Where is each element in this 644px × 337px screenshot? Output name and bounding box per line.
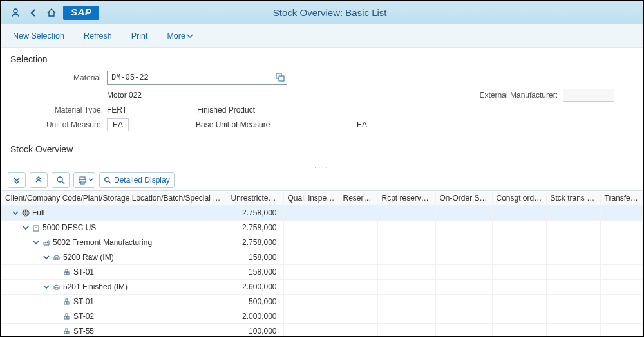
tree-label: ST-01 — [73, 297, 94, 306]
more-menu[interactable]: More — [167, 32, 193, 41]
detailed-display-label: Detailed Display — [114, 176, 170, 185]
batch-icon — [63, 298, 71, 305]
col-transfer-sloc[interactable]: Transfer (SLoc) — [600, 191, 643, 206]
collapse-all-button[interactable] — [30, 172, 48, 188]
tree-label: ST-02 — [73, 312, 94, 321]
storage-icon — [53, 253, 61, 261]
svg-point-7 — [105, 178, 109, 182]
table-row[interactable]: 5201 Finished (IM)2.600,000 — [1, 280, 643, 295]
col-reserved[interactable]: Reserved — [339, 191, 377, 206]
table-row[interactable]: 5002 Fremont Manufacturing2.758,000 — [1, 235, 643, 250]
print-button[interactable]: Print — [131, 32, 148, 41]
svg-rect-11 — [33, 226, 39, 231]
table-row[interactable]: ST-022.000,000 — [1, 309, 643, 324]
table-header-row: Client/Company Code/Plant/Storage Locati… — [1, 191, 643, 206]
svg-rect-21 — [66, 299, 68, 302]
svg-rect-17 — [66, 269, 68, 272]
cell-unrestricted: 2.758,000 — [227, 221, 283, 235]
stock-overview-title: Stock Overview — [10, 144, 634, 154]
find-button[interactable] — [52, 172, 70, 188]
home-button[interactable] — [43, 5, 61, 21]
svg-rect-24 — [66, 314, 68, 316]
svg-rect-16 — [67, 272, 69, 275]
plant-icon — [43, 239, 50, 246]
col-qual[interactable]: Qual. inspection — [283, 191, 339, 206]
svg-rect-5 — [79, 179, 86, 183]
table-row[interactable]: ST-01500,000 — [1, 295, 643, 309]
table-row[interactable]: ST-01158,000 — [1, 265, 643, 280]
material-input[interactable] — [107, 71, 287, 85]
material-label: Material: — [10, 73, 107, 82]
selection-title: Selection — [10, 54, 634, 64]
base-uom-label: Base Unit of Measure — [196, 120, 357, 129]
material-description: Motor 022 — [107, 91, 142, 100]
material-type-label: Material Type: — [10, 105, 107, 114]
cell-unrestricted: 100,000 — [227, 324, 283, 338]
page-title: Stock Overview: Basic List — [99, 7, 560, 18]
col-hierarchy[interactable]: Client/Company Code/Plant/Storage Locati… — [1, 191, 227, 206]
company-icon — [32, 224, 40, 232]
user-icon[interactable] — [6, 5, 24, 21]
stock-table: Client/Company Code/Plant/Storage Locati… — [1, 191, 643, 337]
table-row[interactable]: Full2.758,000 — [1, 206, 643, 221]
world-icon — [22, 209, 30, 217]
tree-label: ST-01 — [73, 268, 94, 277]
expander-bar[interactable]: .... — [1, 161, 643, 170]
tree-label: ST-55 — [73, 327, 94, 336]
expand-toggle[interactable] — [43, 284, 50, 290]
tree-label: 5200 Raw (IM) — [63, 253, 114, 262]
svg-point-3 — [57, 177, 62, 182]
table-row[interactable]: 5200 Raw (IM)158,000 — [1, 250, 643, 265]
new-selection-button[interactable]: New Selection — [13, 32, 64, 41]
svg-rect-23 — [67, 316, 69, 319]
detailed-display-button[interactable]: Detailed Display — [99, 172, 175, 188]
ext-manufacturer-field[interactable] — [563, 89, 614, 102]
cell-unrestricted: 500,000 — [227, 295, 283, 309]
expand-toggle[interactable] — [32, 239, 40, 246]
ext-manufacturer-label: External Manufacturer: — [480, 91, 558, 100]
sap-logo: SAP — [63, 6, 99, 20]
print-preview-button[interactable] — [73, 172, 95, 188]
svg-rect-25 — [64, 331, 66, 334]
col-rcpt[interactable]: Rcpt reservation — [377, 191, 435, 206]
app-toolbar: New Selection Refresh Print More — [1, 24, 643, 48]
tree-label: 5201 Finished (IM) — [63, 282, 128, 291]
col-unrestricted[interactable]: Unrestricted use — [227, 191, 283, 206]
refresh-button[interactable]: Refresh — [84, 32, 112, 41]
more-label: More — [167, 32, 185, 41]
cell-unrestricted: 2.600,000 — [227, 280, 283, 295]
svg-rect-13 — [37, 227, 38, 228]
svg-rect-20 — [67, 302, 69, 304]
uom-value[interactable]: EA — [107, 118, 129, 131]
tree-label: 5002 Fremont Manufacturing — [53, 238, 152, 247]
batch-icon — [63, 268, 71, 276]
shell-header: SAP Stock Overview: Basic List — [1, 1, 643, 24]
value-help-icon[interactable] — [276, 73, 285, 84]
cell-unrestricted: 2.758,000 — [227, 206, 283, 221]
tree-label: Full — [32, 208, 44, 217]
svg-rect-6 — [80, 181, 84, 184]
cell-unrestricted: 2.000,000 — [227, 309, 283, 324]
material-type-value: FERT — [107, 105, 184, 114]
expand-toggle[interactable] — [22, 224, 30, 231]
table-row[interactable]: 5000 DESC US2.758,000 — [1, 221, 643, 235]
svg-rect-2 — [279, 76, 284, 81]
svg-rect-4 — [80, 177, 85, 179]
expand-toggle[interactable] — [43, 254, 50, 260]
svg-rect-18 — [55, 287, 58, 289]
batch-icon — [63, 327, 71, 335]
table-toolbar: Detailed Display — [1, 170, 643, 190]
svg-rect-14 — [55, 258, 58, 260]
table-row[interactable]: ST-55100,000 — [1, 324, 643, 338]
expand-all-button[interactable] — [8, 172, 26, 188]
storage-icon — [53, 283, 61, 291]
col-stck-plnt[interactable]: Stck trans (plnt) — [546, 191, 600, 206]
cell-unrestricted: 2.758,000 — [227, 235, 283, 250]
svg-rect-27 — [66, 329, 68, 331]
svg-rect-15 — [64, 272, 66, 275]
back-button[interactable] — [24, 5, 43, 21]
col-consgt[interactable]: Consgt ordered — [492, 191, 546, 206]
col-on-order[interactable]: On-Order Stock — [435, 191, 492, 206]
expand-toggle[interactable] — [12, 210, 19, 216]
cell-unrestricted: 158,000 — [227, 250, 283, 265]
